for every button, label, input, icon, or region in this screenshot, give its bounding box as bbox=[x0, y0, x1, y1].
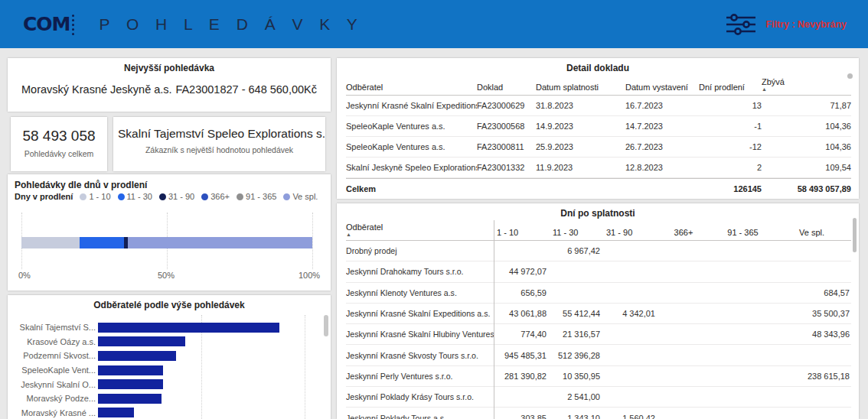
table-row[interactable]: SpeleoKaple Ventures a.s. FA23000811 25.… bbox=[346, 137, 851, 158]
bar-category-label: Moravský Krasné ... bbox=[11, 408, 98, 417]
legend-label: 366+ bbox=[210, 192, 230, 201]
cell-1-10: 281 390,82 bbox=[494, 372, 547, 381]
table-row[interactable]: SpeleoKaple Ventures a.s. FA23000568 14.… bbox=[346, 116, 851, 137]
table-row[interactable]: Jeskynní Krasné Skvosty Tours s.r.o. 945… bbox=[346, 345, 851, 365]
cell-zbyva: 104,36 bbox=[762, 122, 851, 131]
column-header[interactable]: 11 - 30 bbox=[547, 228, 600, 237]
bar-category-label: Podzemní Skvost... bbox=[11, 351, 98, 360]
bar[interactable] bbox=[98, 351, 176, 361]
com-logo: COM bbox=[23, 13, 74, 35]
dashboard: COM P O H L E D Á V K Y Filtry : Nevybrá… bbox=[0, 0, 868, 419]
cell-vystaveni: 14.7.2023 bbox=[625, 122, 699, 131]
legend-item[interactable]: 11 - 30 bbox=[118, 192, 152, 201]
table-row[interactable]: Drobný prodej 6 967,42 bbox=[346, 241, 851, 261]
column-header[interactable]: Doklad bbox=[477, 83, 536, 92]
bar-rows: Skalní Tajemství S... Krasové Oázy a.s. … bbox=[11, 320, 320, 419]
cell-prodleni: 13 bbox=[699, 101, 762, 110]
app-header: COM P O H L E D Á V K Y Filtry : Nevybrá… bbox=[0, 0, 868, 48]
table-row[interactable]: Jeskynní Krasné Skalní Expeditions a.s. … bbox=[346, 96, 851, 116]
column-header[interactable]: 91 - 365 bbox=[712, 228, 774, 237]
chart-legend: Dny v prodlení 1 - 10 11 - 30 31 - 90 36… bbox=[15, 192, 318, 201]
column-header-sorted[interactable]: Zbývá▲ bbox=[762, 77, 851, 92]
cell-odberatel: Jeskynní Krasné Skalní Hlubiny Ventures … bbox=[346, 330, 494, 339]
total-receivables-card: 58 493 058 Pohledávky celkem bbox=[11, 117, 107, 171]
cell-1-10: 303,85 bbox=[494, 414, 547, 419]
column-header-label: Odběratel bbox=[346, 222, 494, 232]
cell-11-30: 1 343,10 bbox=[547, 414, 600, 419]
column-header[interactable]: Datum splatnosti bbox=[536, 83, 625, 92]
legend-dot-icon bbox=[237, 193, 243, 200]
cell-31-90: 4 342,01 bbox=[600, 309, 655, 318]
column-header-sorted[interactable]: Odběratel▲ bbox=[346, 222, 494, 237]
legend-label: 1 - 10 bbox=[89, 192, 110, 201]
top-customer-value: Skalní Tajemství Speleo Explorations s.r… bbox=[113, 127, 325, 141]
cell-odberatel: Jeskynní Poklady Tours a.s. bbox=[346, 414, 494, 419]
gridline bbox=[312, 213, 313, 269]
cell-1-10: 945 485,31 bbox=[494, 351, 547, 360]
cell-odberatel: Jeskynní Krasné Skalní Expeditions a.s. bbox=[346, 309, 494, 318]
scrollbar-thumb[interactable] bbox=[853, 218, 857, 252]
page-title: P O H L E D Á V K Y bbox=[99, 15, 363, 34]
x-axis-tick: 0% bbox=[18, 271, 31, 280]
bar[interactable] bbox=[98, 365, 163, 375]
total-receivables-label: Pohledávky celkem bbox=[11, 149, 107, 158]
highest-invoice: FA23001827 - 648 560,00Kč bbox=[175, 83, 317, 96]
bar-row: Moravský Krasné ... bbox=[11, 406, 320, 419]
bar-category-label: SpeleoKaple Vent... bbox=[11, 365, 98, 375]
filter-sliders-icon[interactable] bbox=[726, 13, 756, 36]
bar[interactable] bbox=[98, 323, 279, 333]
scrollbar-dot[interactable] bbox=[847, 73, 853, 79]
table-row[interactable]: Jeskynní Klenoty Ventures a.s. 656,59 68… bbox=[346, 283, 851, 304]
bar-segment[interactable] bbox=[21, 237, 80, 248]
scrollbar-thumb[interactable] bbox=[324, 315, 328, 336]
table-row[interactable]: Jeskynní Poklady Krásy Tours s.r.o. 2 54… bbox=[346, 387, 851, 408]
customers-bar-chart-panel: Odběratelé podle výše pohledávek Skalní … bbox=[8, 295, 331, 419]
column-header[interactable]: 31 - 90 bbox=[600, 228, 655, 237]
legend-item[interactable]: 31 - 90 bbox=[159, 192, 194, 201]
legend-title: Dny v prodlení bbox=[15, 192, 73, 201]
legend-label: 11 - 30 bbox=[127, 192, 152, 201]
table-row[interactable]: Jeskynní Drahokamy Tours s.r.o. 44 972,0… bbox=[346, 261, 851, 282]
cell-doklad: FA23000568 bbox=[477, 122, 536, 131]
legend-item[interactable]: 366+ bbox=[201, 192, 230, 201]
bar-segment[interactable] bbox=[80, 237, 124, 248]
bar[interactable] bbox=[98, 408, 134, 417]
column-header[interactable]: 1 - 10 bbox=[494, 228, 547, 237]
legend-dot-icon bbox=[283, 193, 290, 200]
filters-control[interactable]: Filtry : Nevybrány bbox=[726, 0, 847, 48]
logo-text: COM bbox=[23, 13, 70, 35]
cell-odberatel: SpeleoKaple Ventures a.s. bbox=[346, 122, 477, 131]
bar-category-label: Skalní Tajemství S... bbox=[11, 323, 98, 332]
logo-dots-decoration bbox=[72, 15, 74, 35]
days-past-due-matrix: Dní po splatnosti Odběratel▲ 1 - 10 11 -… bbox=[337, 203, 859, 419]
cell-vystaveni: 26.7.2023 bbox=[625, 142, 699, 151]
legend-item[interactable]: Ve spl. bbox=[283, 192, 318, 201]
column-divider bbox=[494, 220, 494, 419]
legend-item[interactable]: 1 - 10 bbox=[80, 192, 110, 201]
cell-11-30: 512 396,28 bbox=[547, 351, 600, 360]
cell-odberatel: Skalní Jeskyně Speleo Explorations s.r.o… bbox=[346, 163, 477, 172]
table-header-row: Odběratel Doklad Datum splatnosti Datum … bbox=[346, 74, 851, 96]
column-header[interactable]: Odběratel bbox=[346, 83, 477, 92]
bar-row: Krasové Oázy a.s. bbox=[11, 335, 320, 349]
table-row[interactable]: Jeskynní Perly Ventures s.r.o. 281 390,8… bbox=[346, 366, 851, 387]
cell-1-10: 774,40 bbox=[494, 330, 547, 339]
stacked-bar bbox=[21, 237, 312, 248]
table-row[interactable]: Jeskynní Krasné Skalní Hlubiny Ventures … bbox=[346, 324, 851, 345]
legend-item[interactable]: 91 - 365 bbox=[237, 192, 276, 201]
table-row[interactable]: Jeskynní Krasné Skalní Expeditions a.s. … bbox=[346, 304, 851, 324]
highest-receivable-card: Nejvyšší pohledávka Moravský Krasné Jesk… bbox=[8, 58, 331, 112]
table-row[interactable]: Jeskynní Poklady Tours a.s. 303,85 1 343… bbox=[346, 408, 851, 419]
table-row[interactable]: Skalní Jeskyně Speleo Explorations s.r.o… bbox=[346, 158, 851, 178]
x-axis-tick: 50% bbox=[158, 271, 175, 280]
bar[interactable] bbox=[98, 394, 162, 404]
column-header[interactable]: 366+ bbox=[655, 228, 712, 237]
bar[interactable] bbox=[98, 336, 185, 346]
bar-segment[interactable] bbox=[128, 237, 312, 248]
chart-title: Pohledávky dle dnů v prodlení bbox=[8, 174, 331, 190]
column-header[interactable]: Datum vystavení bbox=[625, 83, 699, 92]
cell-vespl: 684,57 bbox=[774, 288, 850, 297]
bar[interactable] bbox=[98, 379, 163, 389]
column-header[interactable]: Ve spl. bbox=[774, 228, 850, 237]
column-header[interactable]: Dní prodlení bbox=[699, 83, 762, 92]
